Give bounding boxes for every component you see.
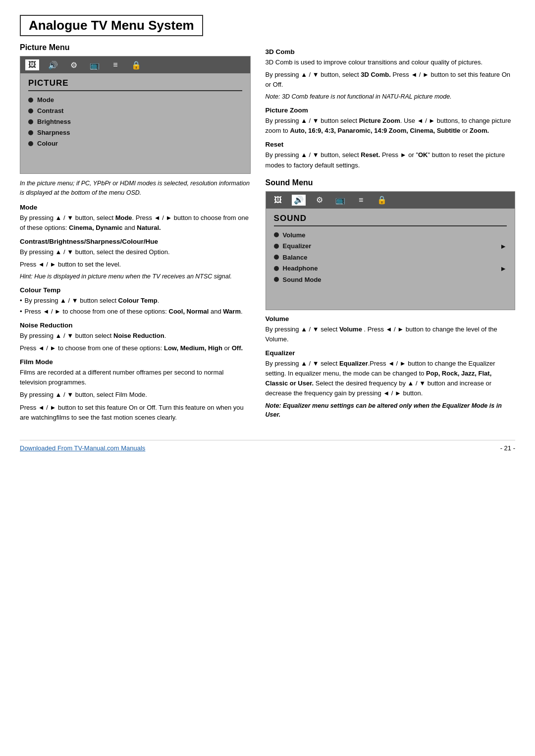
bullet-colour [28,141,33,146]
sound-menu-inner: SOUND Volume Equalizer ► Balance [266,209,515,310]
footer-link[interactable]: Downloaded From TV-Manual.com Manuals [20,444,145,452]
picture-menu-inner: PICTURE Mode Contrast Brightness Sharpne… [20,73,250,173]
sound-pic-icon: 🖼 [271,195,285,206]
contrast-text2: Press ◄ / ► button to set the level. [20,260,251,270]
colour-temp-title: Colour Temp [20,286,251,294]
picture-menu-note: In the picture menu; if PC, YPbPr or HDM… [20,179,251,198]
sound-menu-title: Sound Menu [266,178,515,187]
picture-menu-title: Picture Menu [20,43,251,52]
film-mode-title: Film Mode [20,358,251,366]
menu-icons-bar: 🖼 🔊 ⚙ 📺 ≡ 🔒 [20,56,250,73]
bullet-volume [274,232,279,237]
colour-temp-bullet1: • By pressing ▲ / ▼ button select Colour… [20,296,251,306]
bullet-headphone [274,266,279,271]
bullet-balance [274,255,279,260]
equalizer-text: By pressing ▲ / ▼ select Equalizer.Press… [266,359,515,399]
menu-item-sharpness: Sharpness [28,129,242,136]
menu-item-volume: Volume [274,231,507,239]
contrast-title: Contrast/Brightness/Sharpness/Colour/Hue [20,238,251,245]
menu-item-sound-mode: Sound Mode [274,276,507,283]
film-mode-text3: Press ◄ / ► button to set this feature O… [20,403,251,423]
sound-sys-icon: ≡ [354,195,368,206]
reset-text: By pressing ▲ / ▼ button, select Reset. … [266,150,515,170]
volume-title: Volume [266,315,515,323]
film-mode-text2: By pressing ▲ / ▼ button, select Film Mo… [20,390,251,400]
picture-menu-header: PICTURE [28,78,242,91]
equalizer-note: Note: Equalizer menu settings can be alt… [266,401,515,420]
noise-reduction-title: Noise Reduction [20,322,251,329]
sound-menu-section: Sound Menu 🖼 🔊 ⚙ 📺 ≡ 🔒 SOUND Volume [266,178,515,420]
sound-lk-icon: 🔒 [375,195,389,206]
picture-zoom-title: Picture Zoom [266,107,515,114]
page-title: Analogue TV Menu System [20,15,203,36]
right-column: 3D Comb 3D Comb is used to improve colou… [266,43,515,425]
3d-comb-note: Note: 3D Comb feature is not functional … [266,92,515,102]
3d-comb-title: 3D Comb [266,48,515,55]
noise-reduction-text1: By pressing ▲ / ▼ button select Noise Re… [20,331,251,341]
bullet-sharpness [28,130,33,135]
contrast-text1: By pressing ▲ / ▼ button, select the des… [20,247,251,257]
left-column: Picture Menu 🖼 🔊 ⚙ 📺 ≡ 🔒 PICTURE Mode C [20,43,251,425]
sound-ch-icon: 📺 [333,195,347,206]
sound-icons-bar: 🖼 🔊 ⚙ 📺 ≡ 🔒 [266,192,515,209]
system-icon: ≡ [108,59,122,70]
bullet-equalizer [274,244,279,249]
3d-comb-text1: 3D Comb is used to improve colour transi… [266,57,515,67]
lock-icon: 🔒 [129,59,143,70]
equalizer-arrow: ► [500,242,507,250]
menu-item-balance: Balance [274,254,507,261]
picture-zoom-text: By pressing ▲ / ▼ button select Picture … [266,116,515,136]
hint-hue: Hint: Hue is displayed in picture menu w… [20,272,251,281]
headphone-arrow: ► [500,265,507,272]
menu-item-equalizer: Equalizer ► [274,242,507,250]
noise-reduction-text2: Press ◄ / ► to choose from one of these … [20,343,251,353]
menu-item-headphone: Headphone ► [274,265,507,272]
menu-item-colour: Colour [28,140,242,147]
menu-item-brightness: Brightness [28,118,242,125]
volume-text: By pressing ▲ / ▼ select Volume . Press … [266,324,515,344]
footer: Downloaded From TV-Manual.com Manuals - … [20,440,515,452]
sound-icon: 🔊 [46,59,60,70]
page-number: - 21 - [500,444,515,452]
equalizer-title: Equalizer [266,349,515,357]
3d-comb-text2: By pressing ▲ / ▼ button, select 3D Comb… [266,70,515,90]
film-mode-text1: Films are recorded at a different number… [20,368,251,387]
bullet-brightness [28,119,33,124]
bullet-contrast [28,108,33,113]
menu-item-mode: Mode [28,96,242,104]
bullet-sound-mode [274,277,279,282]
mode-title: Mode [20,204,251,211]
sound-snd-icon: 🔊 [292,195,306,206]
channel-icon: 📺 [88,59,102,70]
menu-item-contrast: Contrast [28,107,242,114]
bullet-mode [28,98,33,103]
reset-title: Reset [266,141,515,148]
sound-set-icon: ⚙ [313,195,326,206]
picture-menu-box: 🖼 🔊 ⚙ 📺 ≡ 🔒 PICTURE Mode Contrast [20,56,251,174]
mode-text: By pressing ▲ / ▼ button, select Mode. P… [20,213,251,233]
settings-icon: ⚙ [67,59,81,70]
picture-icon: 🖼 [25,59,39,70]
sound-menu-header: SOUND [274,214,507,226]
colour-temp-bullet2: • Press ◄ / ► to choose from one of thes… [20,307,251,317]
sound-menu-box: 🖼 🔊 ⚙ 📺 ≡ 🔒 SOUND Volume Equalizer [266,191,515,310]
